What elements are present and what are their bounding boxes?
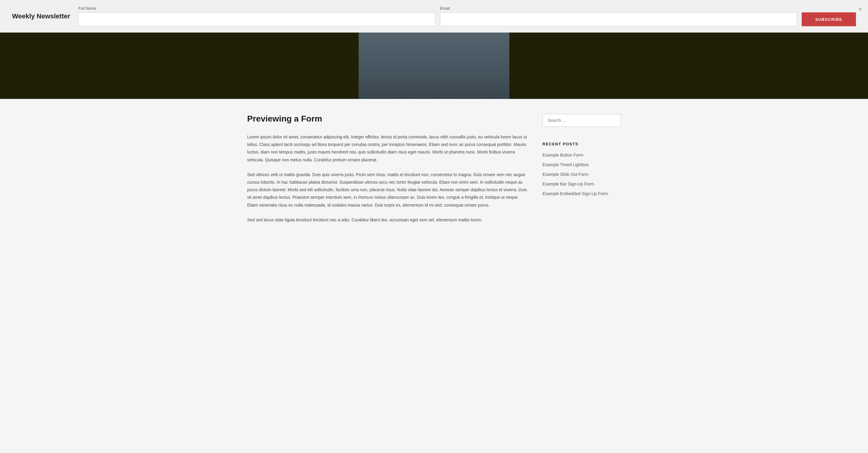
page-title: Previewing a Form: [247, 114, 530, 124]
paragraph-3: Sed sed lacus vitae ligula tincidunt tin…: [247, 216, 530, 224]
email-label: Email: [440, 6, 797, 10]
subscribe-button[interactable]: SUBSCRIBE: [802, 12, 856, 26]
close-button[interactable]: ×: [858, 6, 862, 12]
recent-post-link[interactable]: Example Timed Lightbox: [542, 162, 589, 167]
list-item: Example Bar Sign-Up Form: [542, 181, 621, 187]
paragraph-1: Lorem ipsum dolor sit amet, consectetur …: [247, 133, 530, 164]
newsletter-banner: Weekly Newsletter Full Name Email SUBSCR…: [0, 0, 868, 33]
full-name-input[interactable]: [79, 12, 435, 26]
list-item: Example Timed Lightbox: [542, 162, 621, 167]
email-group: Email: [440, 6, 797, 26]
main-content: Previewing a Form Lorem ipsum dolor sit …: [223, 99, 645, 246]
recent-posts-section: RECENT POSTS Example Button FormExample …: [542, 142, 621, 196]
recent-posts-title: RECENT POSTS: [542, 142, 621, 146]
sidebar: RECENT POSTS Example Button FormExample …: [542, 114, 621, 231]
content-area: Previewing a Form Lorem ipsum dolor sit …: [247, 114, 530, 231]
paragraph-2: Sed ultrices velit ut mattis gravida. Du…: [247, 171, 530, 209]
recent-post-link[interactable]: Example Slide Out Form: [542, 172, 589, 177]
hero-figure: [359, 33, 509, 99]
list-item: Example Button Form: [542, 152, 621, 158]
recent-posts-list: Example Button FormExample Timed Lightbo…: [542, 152, 621, 196]
list-item: Example Embedded Sign-Up Form: [542, 191, 621, 196]
newsletter-form: Full Name Email SUBSCRIBE: [79, 6, 856, 26]
full-name-group: Full Name: [79, 6, 435, 26]
hero-image: [0, 33, 868, 99]
recent-post-link[interactable]: Example Bar Sign-Up Form: [542, 181, 594, 187]
newsletter-title: Weekly Newsletter: [12, 12, 72, 20]
list-item: Example Slide Out Form: [542, 172, 621, 177]
email-input[interactable]: [440, 12, 797, 26]
recent-post-link[interactable]: Example Button Form: [542, 152, 583, 158]
full-name-label: Full Name: [79, 6, 435, 10]
search-input[interactable]: [542, 114, 621, 127]
recent-post-link[interactable]: Example Embedded Sign-Up Form: [542, 191, 608, 196]
